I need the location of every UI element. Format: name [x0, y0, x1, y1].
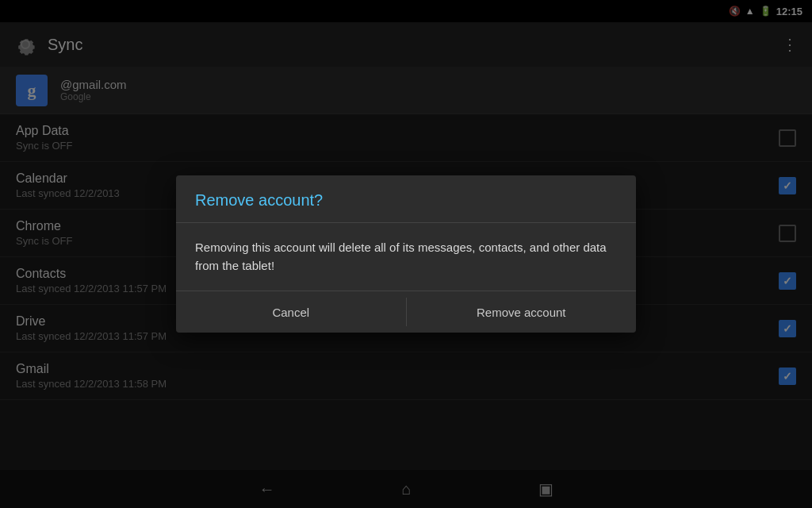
remove-account-dialog: Remove account? Removing this account wi… [176, 175, 636, 333]
cancel-button[interactable]: Cancel [176, 291, 406, 333]
dialog-overlay: Remove account? Removing this account wi… [0, 0, 812, 508]
dialog-body: Removing this account will delete all of… [176, 223, 636, 291]
dialog-title: Remove account? [176, 175, 636, 223]
remove-account-button[interactable]: Remove account [407, 291, 637, 333]
dialog-actions: Cancel Remove account [176, 291, 636, 333]
